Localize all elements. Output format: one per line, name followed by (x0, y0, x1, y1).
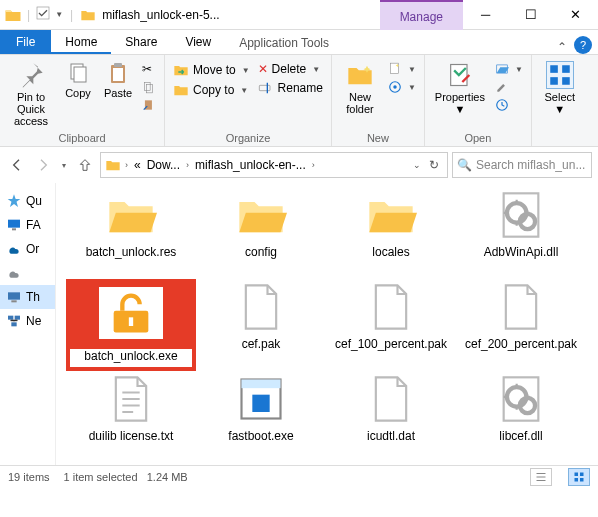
svg-rect-18 (550, 77, 558, 85)
details-view-button[interactable] (530, 468, 552, 486)
move-to-button[interactable]: Move to▼ (171, 61, 252, 79)
onedrive-icon (6, 241, 22, 257)
easy-access-icon (388, 80, 402, 94)
folder-copy-icon (173, 82, 189, 98)
close-button[interactable]: ✕ (553, 0, 598, 29)
file-label: fastboot.exe (198, 429, 324, 443)
copy-path-button[interactable] (140, 79, 158, 95)
svg-rect-4 (114, 63, 122, 67)
paste-button[interactable]: Paste (100, 57, 136, 99)
file-tab[interactable]: File (0, 30, 51, 54)
tree-node[interactable]: Ne (0, 309, 55, 333)
qat-check-icon[interactable] (35, 5, 51, 24)
svg-rect-7 (147, 85, 153, 93)
tab-share[interactable]: Share (111, 30, 171, 54)
file-item[interactable]: locales (326, 187, 456, 279)
file-item[interactable]: cef.pak (196, 279, 326, 371)
svg-rect-21 (12, 228, 16, 230)
qat-caret-icon[interactable]: ▼ (53, 10, 65, 19)
recent-locations-button[interactable]: ▾ (58, 154, 70, 176)
tree-node[interactable]: Or (0, 237, 55, 261)
new-item-button[interactable]: ▼ (386, 61, 418, 77)
svg-rect-25 (15, 316, 20, 320)
refresh-button[interactable]: ↻ (425, 158, 443, 172)
svg-rect-16 (550, 65, 558, 73)
help-icon[interactable]: ? (574, 36, 592, 54)
contextual-tab-group: Manage (380, 0, 463, 30)
svg-rect-33 (242, 380, 281, 389)
tab-home[interactable]: Home (51, 30, 111, 54)
tab-application-tools[interactable]: Application Tools (225, 32, 343, 54)
file-item[interactable]: fastboot.exe (196, 371, 326, 463)
file-label: cef_200_percent.pak (458, 337, 584, 351)
collapse-ribbon-icon[interactable]: ⌃ (550, 40, 574, 54)
tree-node[interactable]: Qu (0, 189, 55, 213)
copy-button[interactable]: Copy (60, 57, 96, 99)
pin-to-quick-access-button[interactable]: Pin to Quick access (6, 57, 56, 127)
open-button[interactable]: ▼ (493, 61, 525, 77)
chevron-right-icon[interactable]: › (123, 160, 130, 170)
chevron-right-icon[interactable]: › (184, 160, 191, 170)
address-dropdown-icon[interactable]: ⌄ (411, 160, 423, 170)
svg-rect-31 (129, 317, 133, 326)
select-button[interactable]: Select▼ (538, 57, 582, 115)
file-item[interactable]: duilib license.txt (66, 371, 196, 463)
tree-node-label: Or (26, 242, 39, 256)
chevron-down-icon: ▼ (240, 86, 248, 95)
breadcrumb[interactable]: miflash_unlock-en-... (193, 158, 308, 172)
tree-node[interactable]: Th (0, 285, 55, 309)
easy-access-button[interactable]: ▼ (386, 79, 418, 95)
file-label: libcef.dll (458, 429, 584, 443)
paste-shortcut-button[interactable] (140, 97, 158, 113)
file-item[interactable]: icudtl.dat (326, 371, 456, 463)
address-bar[interactable]: › « Dow... › miflash_unlock-en-... › ⌄ ↻ (100, 152, 448, 178)
copy-to-button[interactable]: Copy to▼ (171, 81, 252, 99)
breadcrumb-ellipsis[interactable]: « (132, 158, 143, 172)
tree-node-label: Qu (26, 194, 42, 208)
search-box[interactable]: 🔍 Search miflash_un... (452, 152, 592, 178)
file-label: duilib license.txt (68, 429, 194, 443)
file-item[interactable]: cef_200_percent.pak (456, 279, 586, 371)
new-folder-button[interactable]: New folder (338, 57, 382, 115)
file-item[interactable]: AdbWinApi.dll (456, 187, 586, 279)
open-icon (495, 62, 509, 76)
network-icon (6, 313, 22, 329)
new-item-icon (388, 62, 402, 76)
delete-icon: ✕ (258, 62, 268, 76)
rename-icon (258, 80, 274, 96)
tab-view[interactable]: View (171, 30, 225, 54)
file-item[interactable]: libcef.dll (456, 371, 586, 463)
cut-button[interactable]: ✂ (140, 61, 158, 77)
navigation-tree[interactable]: QuFAOrThNe (0, 183, 56, 465)
tree-node[interactable]: FA (0, 213, 55, 237)
delete-button[interactable]: ✕Delete▼ (256, 61, 325, 77)
svg-rect-17 (562, 65, 570, 73)
svg-rect-9 (259, 85, 270, 90)
onedrive-grey-icon (6, 265, 22, 281)
edit-button[interactable] (493, 79, 525, 95)
chevron-right-icon[interactable]: › (310, 160, 317, 170)
svg-rect-0 (37, 7, 49, 19)
edit-icon (495, 80, 509, 94)
up-button[interactable] (74, 154, 96, 176)
file-item[interactable]: batch_unlock.res (66, 187, 196, 279)
file-icon (489, 373, 553, 425)
file-label: cef_100_percent.pak (328, 337, 454, 351)
chevron-down-icon: ▼ (454, 103, 465, 115)
history-button[interactable] (493, 97, 525, 113)
rename-button[interactable]: Rename (256, 79, 325, 97)
maximize-button[interactable]: ☐ (508, 0, 553, 29)
breadcrumb[interactable]: Dow... (145, 158, 182, 172)
minimize-button[interactable]: ─ (463, 0, 508, 29)
file-item[interactable]: config (196, 187, 326, 279)
svg-rect-19 (562, 77, 570, 85)
forward-button[interactable] (32, 154, 54, 176)
back-button[interactable] (6, 154, 28, 176)
properties-button[interactable]: Properties▼ (431, 57, 489, 115)
file-list[interactable]: batch_unlock.resconfiglocalesAdbWinApi.d… (56, 183, 598, 465)
star-icon (6, 193, 22, 209)
large-icons-view-button[interactable] (568, 468, 590, 486)
file-item[interactable]: cef_100_percent.pak (326, 279, 456, 371)
tree-node[interactable] (0, 261, 55, 285)
file-item[interactable]: batch_unlock.exe (66, 279, 196, 371)
